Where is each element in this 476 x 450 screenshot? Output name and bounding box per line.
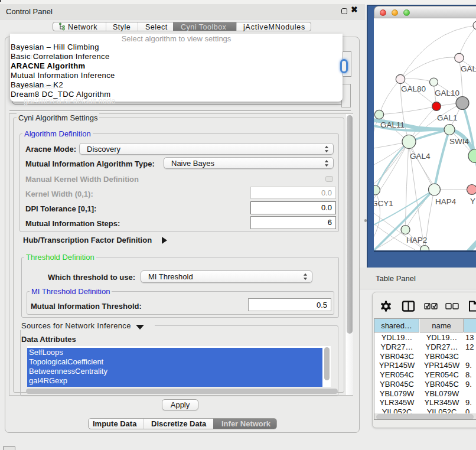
svg-text:GAL10: GAL10 bbox=[435, 89, 459, 97]
svg-text:GAL4: GAL4 bbox=[410, 152, 431, 161]
svg-text:GCY1: GCY1 bbox=[374, 199, 393, 208]
svg-text:Y: Y bbox=[470, 197, 475, 206]
svg-text:SWI4: SWI4 bbox=[449, 137, 469, 146]
svg-text:GAL1: GAL1 bbox=[437, 113, 458, 122]
svg-text:GAL: GAL bbox=[461, 64, 476, 73]
svg-text:HAP4: HAP4 bbox=[435, 197, 457, 206]
svg-text:GAL80: GAL80 bbox=[401, 84, 426, 93]
svg-text:HAP2: HAP2 bbox=[406, 236, 427, 244]
svg-text:GAL11: GAL11 bbox=[380, 120, 405, 129]
